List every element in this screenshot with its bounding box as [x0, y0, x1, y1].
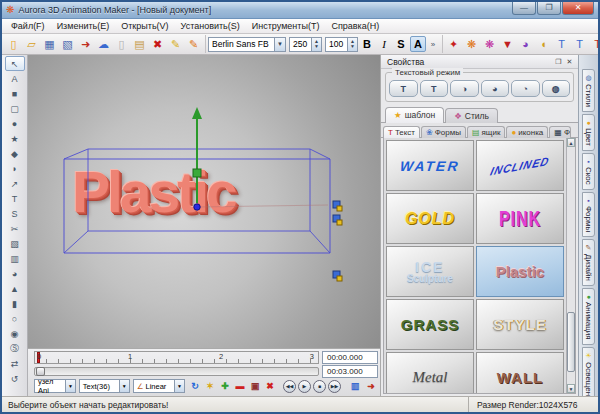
panel-tab-Дизайн[interactable]: ✎Дизайн [582, 239, 595, 286]
subtab-иконка[interactable]: ●иконка [506, 126, 548, 138]
template-tile-wall[interactable]: WALL [476, 352, 564, 393]
anim-node-select[interactable]: узел Ani▼ [34, 379, 76, 393]
record-button[interactable]: ▣ [248, 379, 262, 393]
template-tile-style[interactable]: STYLE [476, 299, 564, 350]
template-tile-gold[interactable]: GOLD [386, 193, 474, 244]
export-icon[interactable]: ➜ [77, 36, 94, 53]
panel-tab-Анимация[interactable]: ●Анимация [582, 288, 595, 345]
subtab-Текст[interactable]: TТекст [383, 126, 420, 138]
cuboid-tool[interactable]: ▥ [5, 251, 25, 266]
template-tile-water[interactable]: WATER [386, 140, 474, 191]
cone-tool[interactable]: ▲ [5, 281, 25, 296]
text-tool[interactable]: A [5, 71, 25, 86]
subtab-Формы[interactable]: ❀Формы [421, 126, 466, 138]
particle-icon[interactable]: ❋ [463, 36, 480, 53]
text-spacing-icon[interactable]: T [571, 36, 588, 53]
menu-item-4[interactable]: Установить(S) [176, 20, 245, 32]
open-folder-icon[interactable]: ▱ [23, 36, 40, 53]
character-icon[interactable]: ✦ [445, 36, 462, 53]
text-mode-sphere-1[interactable]: ◑ [450, 80, 479, 97]
save-as-icon[interactable]: ▧ [59, 36, 76, 53]
text-mode-3d[interactable]: T [420, 80, 449, 97]
close-panel-icon[interactable]: ✕ [564, 58, 575, 66]
tab-шаблон[interactable]: ★шаблон [385, 107, 444, 123]
chevron-down-icon[interactable]: ▼ [119, 380, 129, 392]
subtab-ящик[interactable]: ▤ящик [467, 126, 505, 138]
template-tile-ice[interactable]: ICESculpture [386, 246, 474, 297]
cylinder-tool[interactable]: ▮ [5, 296, 25, 311]
italic-button[interactable]: I [376, 36, 392, 52]
sphere-tool[interactable]: ◕ [5, 266, 25, 281]
3d-canvas[interactable]: Plastic [28, 55, 380, 348]
shape-tool[interactable]: ◗ [5, 161, 25, 176]
share-icon[interactable]: ☁ [95, 36, 112, 53]
scrollbar-thumb[interactable] [567, 312, 575, 372]
rounded-rect-tool[interactable]: ▢ [5, 101, 25, 116]
play-start-button[interactable]: ◀◀ [283, 380, 296, 393]
text-mode-flat[interactable]: T [389, 80, 418, 97]
cube-tool[interactable]: ▧ [5, 236, 25, 251]
close-button[interactable]: ✕ [562, 2, 594, 15]
symbol-button-tool[interactable]: S [5, 206, 25, 221]
current-time-field[interactable]: 00:00.000 [322, 351, 378, 364]
subtab-Фон[interactable]: ▦Фон [549, 126, 571, 138]
style-brush-icon[interactable]: ✎ [167, 36, 184, 53]
template-tile-plastic[interactable]: Plastic [476, 246, 564, 297]
spinner-arrows-icon[interactable]: ▲▼ [347, 38, 357, 51]
text-mode-globe[interactable]: ◍ [542, 80, 571, 97]
undo-swoosh-tool[interactable]: ↺ [5, 371, 25, 386]
refresh-button[interactable]: ↻ [188, 379, 202, 393]
save-icon[interactable]: ▦ [41, 36, 58, 53]
scroll-down-icon[interactable]: ▼ [567, 384, 575, 393]
copy-icon[interactable]: ▯ [113, 36, 130, 53]
export-video-button[interactable]: ➜ [364, 379, 378, 393]
key-button[interactable]: ✶ [203, 379, 217, 393]
font-family-select[interactable]: Berlin Sans FB ▼ [208, 37, 286, 52]
tab-Стиль[interactable]: ❖Стиль [445, 108, 498, 123]
effect-icon[interactable]: ❋ [481, 36, 498, 53]
render-image-button[interactable]: ▥ [348, 379, 362, 393]
template-tile-grass[interactable]: GRASS [386, 299, 474, 350]
font-size-input[interactable]: 250 ▲▼ [289, 37, 322, 52]
chevron-down-icon[interactable]: ▼ [174, 380, 184, 392]
float-panel-icon[interactable]: ❐ [553, 58, 564, 66]
chevron-down-icon[interactable]: ▼ [65, 380, 75, 392]
text-mode-sphere-2[interactable]: ◕ [481, 80, 510, 97]
menu-item-6[interactable]: Справка(H) [326, 20, 384, 32]
object-select[interactable]: Text(36)▼ [79, 379, 130, 393]
panel-tab-Стили[interactable]: ◍Стили [582, 69, 595, 112]
panel-tab-Цвет[interactable]: ●Цвет [582, 114, 595, 151]
timeline-slider[interactable] [34, 367, 319, 376]
polygon-tool[interactable]: ◆ [5, 146, 25, 161]
svg-import-tool[interactable]: Ⓢ [5, 341, 25, 356]
minimize-button[interactable]: — [512, 2, 536, 15]
arc-shape-icon[interactable]: ◖ [535, 36, 552, 53]
droplet-tool[interactable]: ◉ [5, 326, 25, 341]
delete-keys-button[interactable]: ✖ [263, 379, 277, 393]
play-button[interactable]: ▶ [298, 380, 311, 393]
menu-item-3[interactable]: Открыть(V) [116, 20, 173, 32]
shadow-button[interactable]: S [393, 36, 409, 52]
chevron-down-icon[interactable]: ▼ [274, 38, 285, 51]
bevel-size-input[interactable]: 100 ▲▼ [325, 37, 358, 52]
total-time-field[interactable]: 00:03.000 [322, 365, 378, 378]
text-transform-icon[interactable]: T [553, 36, 570, 53]
delete-icon[interactable]: ✖ [149, 36, 166, 53]
template-tile-metal[interactable]: Metal [386, 352, 474, 393]
torus-tool[interactable]: ○ [5, 311, 25, 326]
rect-tool[interactable]: ■ [5, 86, 25, 101]
text-arc-icon[interactable]: T [589, 36, 600, 53]
edit-pencil-icon[interactable]: ✎ [185, 36, 202, 53]
freehand-tool[interactable]: ✂ [5, 221, 25, 236]
timeline-ruler[interactable]: 0123 [34, 351, 319, 364]
remove-keyframe-button[interactable]: ▬ [233, 379, 247, 393]
interpolation-select[interactable]: ∠ Linear ▼ [133, 379, 185, 393]
scroll-up-icon[interactable]: ▲ [567, 138, 575, 147]
title-bar[interactable]: ❋ Aurora 3D Animation Maker - [Новый док… [2, 2, 598, 19]
new-document-icon[interactable]: ▯ [5, 36, 22, 53]
spinner-arrows-icon[interactable]: ▲▼ [311, 38, 321, 51]
template-scrollbar[interactable]: ▲ ▼ [566, 138, 575, 393]
node-edit-tool[interactable]: ⇄ [5, 356, 25, 371]
text-mode-ring[interactable]: ◔ [511, 80, 540, 97]
paste-icon[interactable]: ▤ [131, 36, 148, 53]
